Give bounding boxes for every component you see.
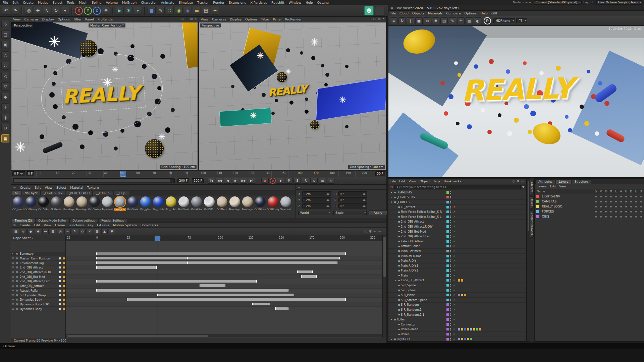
expand-icon[interactable]: ⊞	[12, 285, 15, 287]
visibility-dots-icon[interactable]	[450, 225, 452, 228]
enabled-state-icon[interactable]: ✓	[453, 254, 457, 258]
material-menu-select[interactable]: Select	[56, 186, 66, 189]
timeline-tool-icon[interactable]: ▼	[369, 230, 372, 233]
layer-color-chip[interactable]	[446, 308, 449, 311]
tag-icon[interactable]	[461, 338, 463, 340]
layer-toggle-cell[interactable]	[629, 196, 634, 197]
layer-color-chip[interactable]	[446, 323, 449, 326]
menu-volume[interactable]: Volume	[106, 1, 118, 4]
scale-key-icon[interactable]: ↔	[42, 229, 49, 234]
menu-edit[interactable]: Edit	[12, 1, 18, 4]
object-tree-row[interactable]: ▪Plain✓	[388, 273, 526, 278]
dope-track-row[interactable]	[66, 306, 382, 311]
material-item[interactable]: OctMeta	[216, 196, 228, 211]
material-item[interactable]: Bandage	[63, 196, 75, 211]
hdr-tone-select[interactable]: HDR tone	[493, 18, 515, 23]
timeline-tool-icon[interactable]: ◌	[364, 230, 367, 233]
dope-track-row[interactable]	[66, 265, 382, 270]
tag-icon[interactable]	[473, 328, 475, 330]
material-item[interactable]: Pip_glas	[139, 196, 152, 211]
menu-tracker[interactable]: Tracker	[197, 1, 209, 4]
object-tree-row[interactable]: ▪Plain.R-DIY.2✓	[388, 268, 526, 274]
enabled-state-icon[interactable]: ✓	[453, 289, 457, 292]
track-tag-chip[interactable]	[63, 299, 65, 301]
layers-menu-layers[interactable]: Layers	[537, 185, 547, 188]
timeline-menu-f-curve[interactable]: F-Curve	[97, 223, 109, 227]
tag-icon[interactable]	[470, 338, 472, 340]
loop-icon[interactable]: ↻	[72, 229, 78, 234]
layer-toggle-cell[interactable]	[613, 201, 619, 202]
timeline-horizontal-scrollbar[interactable]	[66, 334, 382, 338]
dock-tab-octane-node-editor[interactable]: Octane Node Editor	[35, 218, 69, 223]
go-end-button[interactable]: ▶|	[248, 178, 255, 184]
stepper-icon[interactable]: ◀▶	[326, 199, 330, 201]
enabled-state-icon[interactable]: ✓	[453, 323, 457, 326]
layer-color-chip[interactable]	[446, 216, 449, 218]
object-tree-row[interactable]: ▪S-R_Stream-Spline✓	[388, 298, 526, 303]
del-key-icon[interactable]: ✕	[87, 229, 93, 234]
layer-toggle-cell[interactable]	[603, 196, 608, 197]
expand-icon[interactable]: ⊞	[12, 266, 15, 269]
panel-corner-icon[interactable]: ◲	[369, 17, 372, 20]
expand-icon[interactable]: ▾	[390, 318, 393, 321]
menu-mesh[interactable]: Mesh	[79, 1, 87, 4]
object-tree-row[interactable]: ▪S-R_Random.1✓	[388, 307, 526, 312]
layer-color-chip[interactable]	[446, 196, 449, 198]
enabled-state-icon[interactable]: ✓	[453, 264, 457, 267]
layer-color-chip[interactable]	[446, 264, 449, 267]
fields-icon[interactable]: ◉	[175, 7, 183, 15]
layer-color-chip[interactable]	[446, 289, 449, 292]
timeline-menu-frame[interactable]: Frame	[55, 223, 65, 227]
layer-toggle-cell[interactable]	[624, 206, 629, 207]
layer-color-chip[interactable]	[536, 200, 539, 203]
lock-thumbnail-icon[interactable]: ⊠	[424, 17, 431, 24]
visibility-dots-icon[interactable]	[450, 235, 452, 238]
panel-menu-icon[interactable]: ≡	[13, 223, 16, 227]
layer-toggle-cell[interactable]	[603, 211, 608, 213]
current-frame-field[interactable]: 0 F◀▶	[12, 171, 25, 176]
pick-material-icon[interactable]: ✎	[449, 17, 456, 24]
layer-toggle-cell[interactable]	[629, 206, 634, 207]
timeline-menu-edit[interactable]: Edit	[34, 223, 40, 227]
viewport-menu-cameras[interactable]: Cameras	[24, 17, 39, 21]
layer-toggle-cell[interactable]	[634, 201, 639, 202]
scale-tool-icon[interactable]: ↔	[43, 7, 51, 15]
coord-system-icon[interactable]: ⊕	[102, 7, 110, 15]
environment-icon[interactable]: ▬	[193, 7, 201, 15]
material-tab-all[interactable]: All	[12, 191, 21, 195]
material-item[interactable]: OctDiffu	[37, 196, 50, 211]
live-viewer-menu-materials[interactable]: Materials	[428, 11, 443, 15]
panel-corner-icon[interactable]: ▭	[378, 17, 381, 20]
visibility-dots-icon[interactable]	[450, 200, 452, 204]
visibility-dots-icon[interactable]	[450, 195, 452, 199]
live-viewer-menu-gui[interactable]: GUI	[491, 11, 497, 15]
object-tree-row[interactable]: ▪FF_Attract✗	[388, 205, 526, 210]
tag-icon[interactable]	[467, 338, 469, 340]
layer-color-chip[interactable]	[446, 313, 449, 316]
layer-toggle-cell[interactable]	[593, 196, 598, 197]
object-tree-row[interactable]: ▪Plain-MED-Bot✓	[388, 254, 526, 259]
region-render-icon[interactable]: ▦	[466, 17, 473, 24]
material-item[interactable]: OctGloss	[254, 196, 266, 211]
range-end-field[interactable]: 200 F	[192, 178, 204, 183]
layer-color-chip[interactable]	[446, 279, 449, 282]
pick-focus-icon[interactable]: ✛	[457, 17, 465, 24]
expand-icon[interactable]: ⊞	[12, 257, 15, 260]
track-tag-chip[interactable]	[63, 308, 65, 310]
object-menu-bookmarks[interactable]: Bookmarks	[444, 179, 462, 183]
object-tree-row[interactable]: ▪2nd_OBJ_Attract,R-DIY✓	[388, 224, 526, 229]
object-tree-row[interactable]: ▪Field Force Follow Spline_S-R✗	[388, 209, 526, 215]
timeline-tool-icon[interactable]: ⋯	[378, 230, 381, 233]
dock-tab-content-browser[interactable]: Content Browser	[530, 210, 534, 238]
layer-color-chip[interactable]	[446, 294, 449, 296]
deformer-icon[interactable]: ◈	[184, 7, 192, 15]
snap-icon[interactable]: ◎	[1, 114, 9, 122]
visibility-dots-icon[interactable]	[450, 274, 452, 277]
layer-toggle-cell[interactable]	[624, 211, 629, 213]
object-tree-row[interactable]: ▾▪Roller✓	[388, 317, 526, 322]
coord-scale-select[interactable]: Scale	[333, 211, 367, 215]
enabled-state-icon[interactable]: ✓	[453, 274, 457, 277]
track-name-row[interactable]: ⊞▤2nd_OBJ_Attract,R-DIY	[11, 270, 65, 275]
pla-toggle[interactable]: ▦	[319, 178, 326, 184]
layer-color-chip[interactable]	[446, 255, 449, 257]
